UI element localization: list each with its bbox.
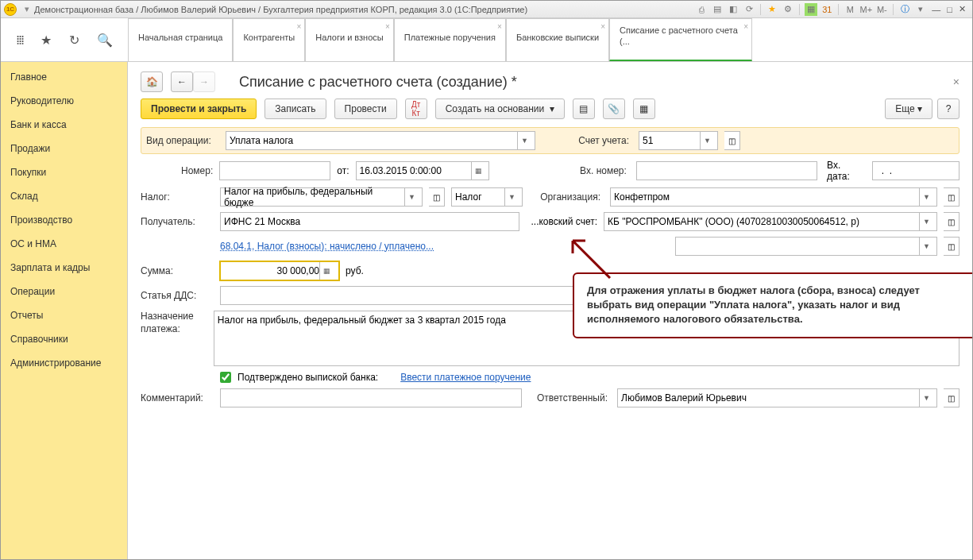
enter-payment-link[interactable]: Ввести платежное поручение bbox=[400, 372, 531, 383]
apps-icon[interactable]: ⁞⁞⁞ bbox=[13, 29, 26, 51]
close-icon[interactable]: × bbox=[743, 22, 748, 32]
sum-input[interactable]: 30 000,00▦ bbox=[220, 261, 339, 280]
search-icon[interactable]: 🔍 bbox=[94, 29, 116, 51]
in-date-input[interactable] bbox=[872, 161, 959, 180]
tab-payments[interactable]: Платежные поручения× bbox=[394, 18, 506, 61]
link-icon[interactable]: ⚙ bbox=[782, 3, 794, 16]
org-field[interactable]: Конфетпром▼ bbox=[610, 187, 937, 207]
sidebar-item[interactable]: ОС и НМА bbox=[1, 232, 127, 256]
recipient-field[interactable]: ИФНС 21 Москва bbox=[220, 212, 519, 231]
close-icon[interactable]: × bbox=[600, 22, 605, 31]
resp-field[interactable]: Любимов Валерий Юрьевич▼ bbox=[617, 388, 937, 407]
info-dropdown[interactable]: ▾ bbox=[914, 3, 927, 16]
sidebar-item[interactable]: Склад bbox=[1, 184, 127, 208]
page-close-icon[interactable]: × bbox=[953, 75, 959, 88]
history-icon[interactable]: ↻ bbox=[66, 29, 83, 51]
close-icon[interactable]: × bbox=[497, 22, 502, 31]
post-close-button[interactable]: Провести и закрыть bbox=[141, 98, 257, 119]
tax-link[interactable]: 68.04.1, Налог (взносы): начислено / упл… bbox=[220, 241, 434, 252]
chevron-down-icon[interactable]: ▼ bbox=[404, 188, 419, 206]
chevron-down-icon[interactable]: ▼ bbox=[919, 213, 933, 230]
number-input[interactable] bbox=[219, 161, 330, 180]
dropdown-icon[interactable]: ▾ bbox=[25, 4, 29, 14]
chevron-down-icon[interactable]: ▼ bbox=[919, 389, 933, 407]
chevron-down-icon[interactable]: ▼ bbox=[504, 188, 519, 206]
home-button[interactable]: 🏠 bbox=[141, 71, 163, 92]
hint-callout: Для отражения уплаты в бюджет налога (сб… bbox=[573, 272, 972, 338]
dt-kt-icon[interactable]: ДтКт bbox=[405, 98, 427, 119]
calendar-icon[interactable]: ▦ bbox=[471, 162, 485, 180]
open-icon[interactable]: ◫ bbox=[944, 388, 959, 407]
refresh-icon[interactable]: ⟳ bbox=[743, 3, 755, 16]
sidebar-item[interactable]: Производство bbox=[1, 208, 127, 232]
confirm-checkbox[interactable] bbox=[220, 372, 231, 383]
sidebar-item[interactable]: Администрирование bbox=[1, 351, 127, 375]
tax-type-field[interactable]: Налог▼ bbox=[451, 187, 523, 207]
close-icon[interactable]: × bbox=[296, 22, 301, 31]
bank-acc-field[interactable]: КБ "РОСПРОМБАНК" (ООО) (4070281003005006… bbox=[604, 212, 937, 231]
chevron-down-icon[interactable]: ▼ bbox=[919, 188, 933, 206]
account-field[interactable]: 51▼ bbox=[639, 131, 718, 150]
attach-icon[interactable]: 📎 bbox=[603, 98, 625, 119]
sidebar-item[interactable]: Отчеты bbox=[1, 303, 127, 327]
number-label: Номер: bbox=[141, 165, 213, 176]
tab-counterparties[interactable]: Контрагенты× bbox=[233, 18, 305, 61]
in-num-input[interactable] bbox=[636, 161, 817, 180]
chevron-down-icon[interactable]: ▼ bbox=[700, 132, 714, 149]
tax-label: Налог: bbox=[141, 191, 214, 203]
minimize-button[interactable]: — bbox=[929, 5, 944, 14]
sidebar-item[interactable]: Главное bbox=[1, 65, 127, 89]
in-num-label: Вх. номер: bbox=[540, 165, 627, 176]
star-icon[interactable]: ★ bbox=[766, 3, 778, 16]
forward-button[interactable]: → bbox=[193, 71, 215, 92]
open-icon[interactable]: ◫ bbox=[944, 212, 959, 231]
doc-icon[interactable]: ▤ bbox=[711, 3, 724, 16]
fav-icon[interactable]: ★ bbox=[37, 29, 55, 51]
m-icon[interactable]: M bbox=[844, 3, 856, 16]
sidebar-item[interactable]: Операции bbox=[1, 280, 127, 303]
create-based-button[interactable]: Создать на основании ▾ bbox=[435, 98, 565, 119]
tab-writeoff[interactable]: Списание с расчетного счета (...× bbox=[609, 18, 752, 61]
purpose-label: Назначение платежа: bbox=[141, 311, 207, 335]
tab-bank[interactable]: Банковские выписки× bbox=[506, 18, 609, 61]
sidebar-item[interactable]: Справочники bbox=[1, 327, 127, 351]
chevron-down-icon[interactable]: ▼ bbox=[919, 238, 933, 255]
op-type-field[interactable]: Уплата налога▼ bbox=[226, 131, 535, 150]
tab-taxes[interactable]: Налоги и взносы× bbox=[305, 18, 394, 61]
sidebar-item[interactable]: Покупки bbox=[1, 160, 127, 184]
extra-field[interactable]: ▼ bbox=[675, 237, 937, 256]
calc-icon[interactable]: ▦ bbox=[319, 262, 334, 280]
info-icon[interactable]: ⓘ bbox=[898, 3, 911, 16]
sidebar-item[interactable]: Зарплата и кадры bbox=[1, 256, 127, 280]
chart-icon[interactable]: ◧ bbox=[727, 3, 739, 16]
close-button[interactable]: ✕ bbox=[956, 4, 969, 14]
open-icon[interactable]: ◫ bbox=[724, 131, 740, 150]
mminus-icon[interactable]: M- bbox=[875, 3, 888, 16]
record-button[interactable]: Записать bbox=[264, 98, 326, 119]
print-icon[interactable]: ⎙ bbox=[695, 3, 708, 16]
back-button[interactable]: ← bbox=[171, 71, 193, 92]
close-icon[interactable]: × bbox=[385, 22, 390, 31]
open-icon[interactable]: ◫ bbox=[944, 237, 959, 256]
chevron-down-icon[interactable]: ▼ bbox=[517, 132, 531, 149]
calc-icon[interactable]: ▦ bbox=[805, 3, 817, 16]
page-title: Списание с расчетного счета (создание) * bbox=[239, 74, 517, 91]
tab-start[interactable]: Начальная страница bbox=[128, 18, 233, 61]
more-button[interactable]: Еще ▾ bbox=[885, 98, 932, 119]
main-toolbar: ⁞⁞⁞ ★ ↻ 🔍 Начальная страница Контрагенты… bbox=[1, 18, 972, 62]
sidebar-item[interactable]: Продажи bbox=[1, 137, 127, 160]
mplus-icon[interactable]: M+ bbox=[859, 3, 872, 16]
sidebar-item[interactable]: Банк и касса bbox=[1, 113, 127, 137]
maximize-button[interactable]: □ bbox=[944, 5, 956, 14]
open-icon[interactable]: ◫ bbox=[944, 187, 959, 207]
post-button[interactable]: Провести bbox=[334, 98, 397, 119]
comment-input[interactable] bbox=[220, 388, 522, 407]
report-icon[interactable]: ▤ bbox=[573, 98, 595, 119]
date-input[interactable]: 16.03.2015 0:00:00▦ bbox=[356, 161, 490, 180]
calendar-icon[interactable]: 31 bbox=[820, 3, 833, 16]
sidebar-item[interactable]: Руководителю bbox=[1, 89, 127, 113]
help-button[interactable]: ? bbox=[937, 98, 959, 119]
open-icon[interactable]: ◫ bbox=[429, 187, 445, 207]
list-icon[interactable]: ▦ bbox=[633, 98, 655, 119]
tax-field[interactable]: Налог на прибыль, федеральный бюдже▼ bbox=[220, 187, 423, 207]
